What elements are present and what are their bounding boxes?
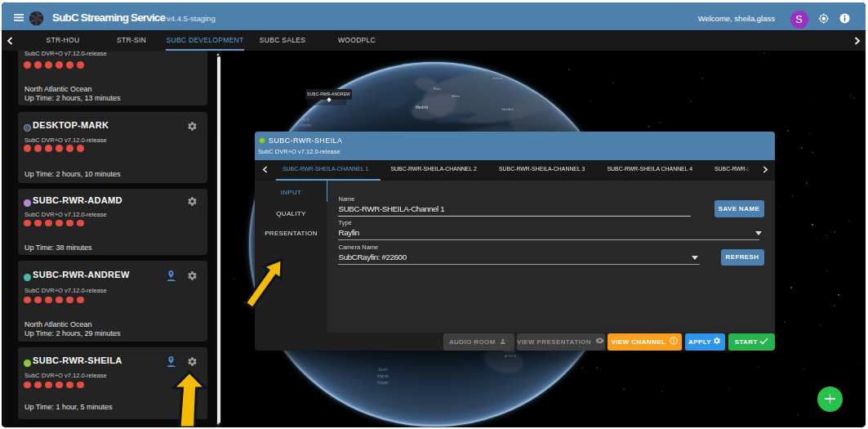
svg-text:Madrid: Madrid: [416, 105, 428, 109]
svg-text:AFRICA: AFRICA: [505, 354, 517, 358]
svg-text:Atlantic: Atlantic: [299, 123, 313, 127]
svg-text:istanbul: istanbul: [501, 107, 514, 111]
svg-text:Paris: Paris: [434, 87, 440, 91]
svg-text:Milan: Milan: [452, 94, 461, 98]
svg-text:Ocean: Ocean: [377, 381, 389, 385]
svg-text:moscow: moscow: [492, 77, 504, 80]
svg-text:Atlantic: Atlantic: [376, 374, 390, 378]
svg-text:North: North: [300, 118, 310, 122]
svg-text:South: South: [378, 368, 388, 372]
